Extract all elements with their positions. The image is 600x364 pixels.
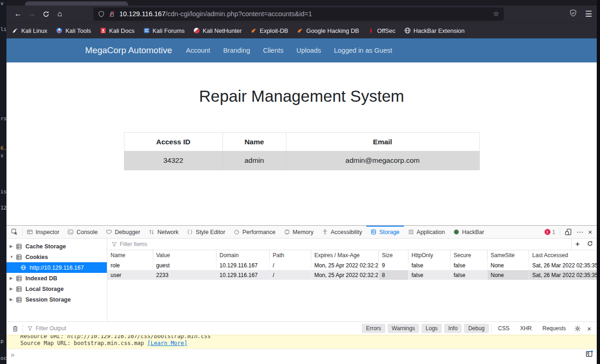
tab-network[interactable]: Network <box>144 226 183 238</box>
tab-style-editor[interactable]: Style Editor <box>183 226 229 238</box>
cookie-cell[interactable]: false <box>408 270 450 280</box>
tab-memory[interactable]: Memory <box>280 226 318 238</box>
storage-filter-input[interactable] <box>120 241 571 247</box>
cookie-cell[interactable]: role <box>107 260 153 270</box>
cookie-cell[interactable]: guest <box>153 260 216 270</box>
cookie-row-user[interactable]: user 2233 10.129.116.167 / Mon, 25 Apr 2… <box>107 270 597 280</box>
cookie-header-last-accessed[interactable]: Last Accessed <box>529 250 597 260</box>
browser-active-tab[interactable] <box>25 1 128 6</box>
bookmark-star-icon[interactable]: ☆ <box>493 10 499 18</box>
cookie-header-path[interactable]: Path <box>269 250 311 260</box>
bookmark-kali-linux[interactable]: Kali Linux <box>12 27 47 34</box>
shield-icon[interactable] <box>98 11 105 18</box>
sidebar-item-local-storage[interactable]: ▶ Local Storage <box>6 284 107 294</box>
collapsed-twisty-icon[interactable]: ▶ <box>10 297 14 302</box>
cookie-cell[interactable]: None <box>487 260 529 270</box>
collapsed-twisty-icon[interactable]: ▶ <box>10 276 14 280</box>
bookmark-kali-tools[interactable]: Kali Tools <box>56 27 91 34</box>
cookie-header-httponly[interactable]: HttpOnly <box>408 250 450 260</box>
cookie-header-samesite[interactable]: SameSite <box>487 250 529 260</box>
tab-debugger[interactable]: Debugger <box>102 226 144 238</box>
cookie-header-secure[interactable]: Secure <box>450 250 487 260</box>
cookie-header-expires[interactable]: Expires / Max-Age <box>311 250 378 260</box>
tab-console[interactable]: Console <box>63 226 102 238</box>
cookie-header-domain[interactable]: Domain <box>216 250 269 260</box>
sidebar-item-cookies[interactable]: ▼ Cookies <box>6 252 107 262</box>
filter-xhr-button[interactable]: XHR <box>516 324 536 333</box>
tab-accessibility[interactable]: Accessibility <box>318 226 366 238</box>
home-button[interactable]: ⌂ <box>53 8 67 20</box>
nav-item-branding[interactable]: Branding <box>223 47 250 54</box>
cookie-cell[interactable]: Mon, 25 Apr 2022 02:32:2… <box>311 270 378 280</box>
nav-item-clients[interactable]: Clients <box>263 47 283 54</box>
sidebar-item-indexed-db[interactable]: ▶ Indexed DB <box>6 273 107 284</box>
devtools-close-button[interactable]: × <box>588 228 592 236</box>
collapsed-twisty-icon[interactable]: ▶ <box>10 287 14 291</box>
site-brand[interactable]: MegaCorp Automotive <box>85 45 172 56</box>
cookie-cell[interactable]: false <box>450 270 487 280</box>
bookmark-offsec[interactable]: OffSec <box>368 27 396 34</box>
cookie-cell[interactable]: None <box>487 270 529 280</box>
nav-item-account[interactable]: Account <box>186 47 210 54</box>
cookie-cell[interactable]: 9 <box>378 260 408 270</box>
filter-logs-button[interactable]: Logs <box>421 324 442 333</box>
address-bar[interactable]: 10.129.116.167/cdn-cgi/login/admin.php?c… <box>93 7 504 21</box>
devtools-meatball-menu[interactable]: ⋯ <box>576 228 583 236</box>
tab-hackbar[interactable]: HackBar <box>449 226 489 238</box>
console-sidebar-toggle-button[interactable] <box>586 350 593 359</box>
tab-application[interactable]: Application <box>404 226 449 238</box>
add-item-button[interactable]: + <box>575 240 580 248</box>
console-filter-input[interactable] <box>36 325 362 332</box>
sidebar-item-cache-storage[interactable]: ▶ Cache Storage <box>6 241 107 252</box>
learn-more-link[interactable]: [Learn More] <box>147 340 187 346</box>
bookmark-hackbar-extension[interactable]: HackBar Extension <box>404 27 465 34</box>
bookmark-kali-forums[interactable]: Kali Forums <box>143 27 185 34</box>
cookie-cell[interactable]: / <box>269 270 311 280</box>
collapsed-twisty-icon[interactable]: ▶ <box>10 244 14 248</box>
cookie-cell[interactable]: 10.129.116.167 <box>216 270 269 280</box>
cookie-cell[interactable]: false <box>408 260 450 270</box>
nav-item-logged-in-as-guest[interactable]: Logged in as Guest <box>334 47 392 54</box>
clear-console-button[interactable] <box>12 325 19 332</box>
reload-button[interactable] <box>39 8 53 20</box>
filter-debug-button[interactable]: Debug <box>464 324 489 333</box>
bookmark-kali-nethunter[interactable]: Kali NetHunter <box>193 27 242 34</box>
tab-inspector[interactable]: Inspector <box>23 226 63 238</box>
cookie-cell[interactable]: Sat, 26 Mar 2022 02:35:35… <box>529 270 597 280</box>
cookie-cell[interactable]: 10.129.116.167 <box>216 260 269 270</box>
back-button[interactable]: ← <box>11 8 25 20</box>
cookie-header-name[interactable]: Name <box>107 250 153 260</box>
sidebar-item-cookie-host-selected[interactable]: http://10.129.116.167 <box>6 262 107 273</box>
cookie-cell[interactable]: Sat, 26 Mar 2022 02:35:35… <box>529 260 597 270</box>
pick-element-button[interactable] <box>6 228 22 235</box>
filter-errors-button[interactable]: Errors <box>362 324 385 333</box>
console-settings-button[interactable] <box>574 325 581 332</box>
expanded-twisty-icon[interactable]: ▼ <box>10 255 14 259</box>
url-text[interactable]: 10.129.116.167/cdn-cgi/login/admin.php?c… <box>119 10 489 18</box>
responsive-design-mode-button[interactable] <box>565 228 572 235</box>
cookie-cell[interactable]: Mon, 25 Apr 2022 02:32:2… <box>311 260 378 270</box>
cookie-cell[interactable]: false <box>450 260 487 270</box>
tab-storage[interactable]: Storage <box>366 226 404 238</box>
filter-info-button[interactable]: Info <box>444 324 462 333</box>
cookie-row-role[interactable]: role guest 10.129.116.167 / Mon, 25 Apr … <box>107 260 597 270</box>
filter-warnings-button[interactable]: Warnings <box>388 324 419 333</box>
refresh-items-button[interactable] <box>587 240 593 248</box>
bookmark-kali-docs[interactable]: Kali Docs <box>100 27 135 34</box>
filter-requests-button[interactable]: Requests <box>538 324 570 333</box>
cookie-header-value[interactable]: Value <box>153 250 216 260</box>
nav-item-uploads[interactable]: Uploads <box>297 47 321 54</box>
protections-shield-icon[interactable] <box>569 9 577 19</box>
insecure-lock-icon[interactable] <box>109 11 115 18</box>
cookie-cell[interactable]: user <box>107 270 153 280</box>
cookie-cell[interactable]: 8 <box>378 270 408 280</box>
bookmark-exploit-db[interactable]: Exploit-DB <box>251 27 288 34</box>
cookie-cell[interactable]: 2233 <box>153 270 216 280</box>
console-input-row[interactable]: » <box>6 349 597 364</box>
menu-icon[interactable]: ☰ <box>585 9 592 19</box>
bookmark-google-hacking-db[interactable]: Google Hacking DB <box>297 27 359 34</box>
error-count-badge[interactable]: !1 <box>544 229 556 235</box>
console-close-button[interactable]: × <box>587 325 591 333</box>
cookie-cell[interactable]: / <box>269 260 311 270</box>
forward-button[interactable]: → <box>25 8 39 20</box>
